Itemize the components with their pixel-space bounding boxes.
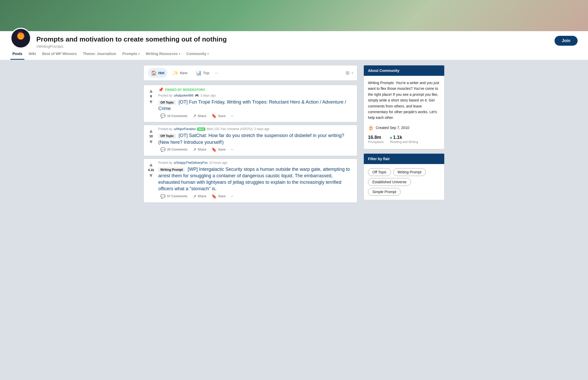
mod-affiliation: Mod | DC Fan Universe (r/DCFU) bbox=[207, 127, 253, 131]
online-stat: 1.1k Reading and Writing bbox=[390, 135, 418, 144]
online-count: 1.1k bbox=[390, 135, 418, 140]
members-label: Promptians bbox=[368, 140, 384, 144]
post-author[interactable]: u/SnippyTheDeliveryFox bbox=[174, 161, 208, 165]
more-button[interactable]: ··· bbox=[229, 113, 235, 119]
post-actions: 💬 20 Comments ↗ Share 🔖 Save ··· bbox=[158, 146, 355, 154]
post-content: Posted by u/MajorParadox Mod Mod | DC Fa… bbox=[158, 127, 355, 153]
main-layout: 🏠 Hot ✨ New 📊 Top ··· ⊞ ▾ ▲ bbox=[138, 65, 450, 205]
subreddit-info: Prompts and motivation to create somethi… bbox=[36, 35, 549, 49]
vote-section: ▲ 8 ▼ bbox=[146, 87, 156, 120]
post-meta: Posted by u/SnippyTheDeliveryFox 23 hour… bbox=[158, 161, 355, 165]
more-button[interactable]: ··· bbox=[229, 193, 235, 200]
flair-filters: Off Topic Writing Prompt Established Uni… bbox=[364, 164, 444, 200]
sort-hot-button[interactable]: 🏠 Hot bbox=[148, 68, 167, 78]
share-button[interactable]: ↗ Share bbox=[191, 192, 208, 200]
post-card: ▲ 4.1k ▼ Posted by u/SnippyTheDeliveryFo… bbox=[143, 159, 357, 203]
comment-icon: 💬 bbox=[160, 194, 166, 199]
share-button[interactable]: ↗ Share bbox=[191, 112, 208, 120]
prompts-dropdown-arrow: ▾ bbox=[138, 52, 140, 55]
upvote-button[interactable]: ▲ bbox=[148, 88, 154, 93]
pin-icon: 📌 bbox=[158, 87, 163, 92]
about-community: About Community Writing Prompts. You're … bbox=[364, 65, 445, 149]
downvote-button[interactable]: ▼ bbox=[148, 173, 154, 178]
subreddit-banner bbox=[0, 0, 588, 31]
sort-new-button[interactable]: ✨ New bbox=[169, 68, 190, 78]
post-content: Posted by u/SnippyTheDeliveryFox 23 hour… bbox=[158, 161, 355, 200]
join-button[interactable]: Join bbox=[555, 36, 578, 46]
tab-theme[interactable]: Theme: Journalism bbox=[81, 49, 118, 60]
flair-filter-writing-prompt[interactable]: Writing Prompt bbox=[393, 168, 426, 176]
comments-button[interactable]: 💬 57 Comments bbox=[158, 192, 190, 200]
tab-prompts[interactable]: Prompts ▾ bbox=[120, 49, 142, 60]
subreddit-icon bbox=[10, 28, 31, 49]
created-label: Created Sep 7, 2010 bbox=[376, 126, 409, 130]
post-author-label: Posted by bbox=[158, 94, 172, 97]
comment-icon: 💬 bbox=[160, 147, 166, 152]
view-dropdown-arrow: ▾ bbox=[352, 72, 353, 74]
flair-filter-established-universe[interactable]: Established Universe bbox=[368, 178, 411, 186]
created-info: 🎂 Created Sep 7, 2010 bbox=[368, 125, 440, 131]
sort-more-button[interactable]: ··· bbox=[215, 70, 218, 76]
vote-count: 10 bbox=[149, 134, 153, 138]
post-title[interactable]: [OT] Fun Trope Friday, Writing with Trop… bbox=[158, 99, 346, 111]
writing-resources-dropdown-arrow: ▾ bbox=[179, 52, 180, 55]
post-actions: 💬 10 Comments ↗ Share 🔖 Save ··· bbox=[158, 112, 355, 120]
downvote-button[interactable]: ▼ bbox=[148, 99, 154, 104]
tab-wiki[interactable]: Wiki bbox=[26, 49, 38, 60]
about-description: Writing Prompts. You're a writer and you… bbox=[368, 80, 440, 121]
upvote-button[interactable]: ▲ bbox=[148, 162, 154, 167]
community-dropdown-arrow: ▾ bbox=[207, 52, 209, 55]
sort-top-button[interactable]: 📊 Top bbox=[193, 68, 213, 78]
post-flair[interactable]: Writing Prompt bbox=[158, 167, 185, 172]
sidebar-section: About Community Writing Prompts. You're … bbox=[364, 65, 445, 205]
top-icon: 📊 bbox=[196, 70, 201, 76]
post-author-label: Posted by bbox=[158, 161, 172, 165]
online-dot bbox=[390, 137, 392, 139]
tab-best-of-wp[interactable]: Best of WP Winners bbox=[40, 49, 79, 60]
post-title[interactable]: [WP] Intergalactic Security stops a huma… bbox=[158, 167, 350, 192]
save-button[interactable]: 🔖 Save bbox=[209, 112, 228, 120]
flair-filter-simple-prompt[interactable]: Simple Prompt bbox=[368, 188, 401, 196]
view-options[interactable]: ⊞ ▾ bbox=[346, 70, 353, 76]
vote-count: 8 bbox=[150, 94, 152, 98]
tab-community[interactable]: Community ▾ bbox=[184, 49, 211, 60]
about-community-header: About Community bbox=[364, 65, 444, 76]
post-title-row: Off Topic [OT] SatChat: How far do you s… bbox=[158, 132, 355, 145]
post-timestamp: 3 days ago bbox=[200, 94, 216, 97]
post-title[interactable]: [OT] SatChat: How far do you stretch the… bbox=[158, 133, 344, 145]
comments-button[interactable]: 💬 20 Comments bbox=[158, 146, 190, 154]
filter-header: Filter by flair bbox=[364, 154, 444, 164]
sort-options: 🏠 Hot ✨ New 📊 Top ··· bbox=[148, 68, 218, 78]
sort-bar: 🏠 Hot ✨ New 📊 Top ··· ⊞ ▾ bbox=[143, 65, 357, 81]
save-button[interactable]: 🔖 Save bbox=[209, 192, 228, 200]
mod-badge: Mod bbox=[197, 127, 205, 131]
share-icon: ↗ bbox=[193, 147, 196, 152]
post-flair[interactable]: Off Topic bbox=[158, 100, 176, 105]
share-button[interactable]: ↗ Share bbox=[191, 146, 208, 154]
downvote-button[interactable]: ▼ bbox=[148, 139, 154, 144]
post-author-label: Posted by bbox=[158, 127, 172, 131]
tab-posts[interactable]: Posts bbox=[10, 49, 24, 60]
stats-row: 16.8m Promptians 1.1k Reading and Writin… bbox=[368, 135, 440, 144]
filter-section: Filter by flair Off Topic Writing Prompt… bbox=[364, 153, 445, 200]
post-timestamp: 23 hours ago bbox=[209, 161, 227, 165]
cake-icon: 🎂 bbox=[368, 125, 374, 131]
post-author[interactable]: u/MajorParadox bbox=[174, 127, 196, 131]
tab-writing-resources[interactable]: Writing Resources ▾ bbox=[144, 49, 182, 60]
view-icon: ⊞ bbox=[346, 70, 350, 76]
post-meta: Posted by u/MajorParadox Mod Mod | DC Fa… bbox=[158, 127, 355, 131]
online-label: Reading and Writing bbox=[390, 140, 418, 144]
vote-section: ▲ 10 ▼ bbox=[146, 127, 156, 153]
more-button[interactable]: ··· bbox=[229, 146, 235, 153]
save-button[interactable]: 🔖 Save bbox=[209, 146, 228, 154]
upvote-button[interactable]: ▲ bbox=[148, 128, 154, 133]
svg-point-6 bbox=[22, 35, 23, 36]
post-author[interactable]: u/katpoker666 bbox=[174, 94, 193, 97]
vote-count: 4.1k bbox=[148, 168, 154, 172]
post-flair[interactable]: Off Topic bbox=[158, 134, 176, 138]
feed-section: 🏠 Hot ✨ New 📊 Top ··· ⊞ ▾ ▲ bbox=[143, 65, 357, 205]
post-timestamp: 2 days ago bbox=[254, 127, 270, 131]
flair-filter-off-topic[interactable]: Off Topic bbox=[368, 168, 391, 176]
comments-button[interactable]: 💬 10 Comments bbox=[158, 112, 190, 120]
post-card: ▲ 10 ▼ Posted by u/MajorParadox Mod Mod … bbox=[143, 125, 357, 156]
